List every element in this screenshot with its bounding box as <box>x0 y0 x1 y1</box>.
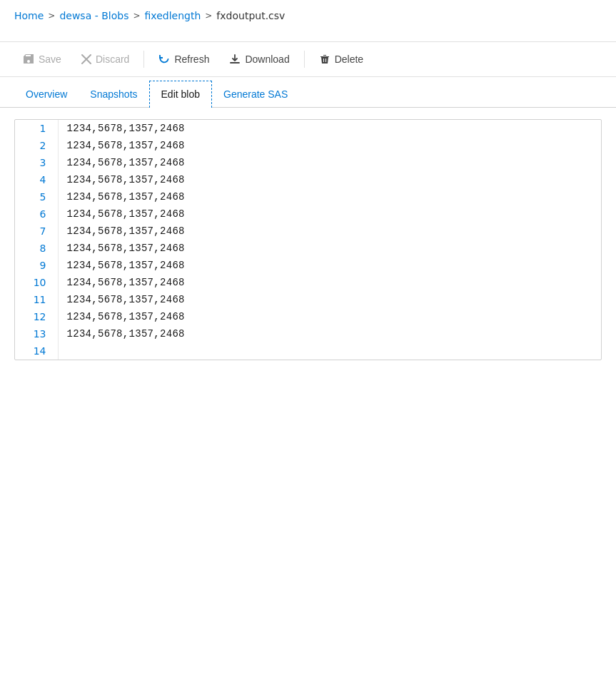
line-content[interactable]: 1234,5678,1357,2468 <box>58 188 601 205</box>
line-content[interactable]: 1234,5678,1357,2468 <box>58 171 601 188</box>
line-content[interactable]: 1234,5678,1357,2468 <box>58 325 601 342</box>
delete-icon <box>319 54 330 65</box>
save-icon <box>23 54 34 65</box>
line-number: 10 <box>15 274 58 291</box>
breadcrumb-current: fxdoutput.csv <box>216 10 285 21</box>
editor-row: 21234,5678,1357,2468 <box>15 137 601 154</box>
line-number: 11 <box>15 291 58 308</box>
line-number: 14 <box>15 342 58 360</box>
download-label: Download <box>245 54 289 65</box>
editor-row: 91234,5678,1357,2468 <box>15 257 601 274</box>
line-content[interactable]: 1234,5678,1357,2468 <box>58 240 601 257</box>
line-content[interactable]: 1234,5678,1357,2468 <box>58 274 601 291</box>
line-number: 2 <box>15 137 58 154</box>
toolbar: SaveDiscardRefreshDownloadDelete <box>0 42 616 77</box>
refresh-icon <box>158 54 170 65</box>
line-number: 5 <box>15 188 58 205</box>
breadcrumb-link-home[interactable]: Home <box>14 10 44 21</box>
delete-button[interactable]: Delete <box>310 49 372 69</box>
editor-row: 81234,5678,1357,2468 <box>15 240 601 257</box>
editor-row: 71234,5678,1357,2468 <box>15 223 601 240</box>
download-icon <box>229 54 241 65</box>
editor-row: 51234,5678,1357,2468 <box>15 188 601 205</box>
editor-row: 131234,5678,1357,2468 <box>15 325 601 342</box>
discard-button: Discard <box>73 49 138 69</box>
toolbar-separator <box>143 51 144 68</box>
save-button: Save <box>14 49 70 69</box>
breadcrumb-link-dewsa---blobs[interactable]: dewsa - Blobs <box>59 10 128 21</box>
toolbar-separator <box>304 51 305 68</box>
line-number: 12 <box>15 308 58 325</box>
tab-edit-blob[interactable]: Edit blob <box>149 81 212 108</box>
tab-overview[interactable]: Overview <box>14 81 79 107</box>
editor-row: 31234,5678,1357,2468 <box>15 154 601 171</box>
tab-generate-sas[interactable]: Generate SAS <box>212 81 299 107</box>
line-number: 8 <box>15 240 58 257</box>
editor-row: 14 <box>15 342 601 360</box>
delete-label: Delete <box>335 54 363 65</box>
breadcrumb-separator: > <box>133 11 140 21</box>
editor-lines: 11234,5678,1357,246821234,5678,1357,2468… <box>15 120 601 360</box>
editor-row: 121234,5678,1357,2468 <box>15 308 601 325</box>
editor-row: 61234,5678,1357,2468 <box>15 205 601 223</box>
save-label: Save <box>39 54 61 65</box>
line-content[interactable]: 1234,5678,1357,2468 <box>58 291 601 308</box>
breadcrumb: Home>dewsa - Blobs>fixedlength>fxdoutput… <box>0 0 616 29</box>
line-number: 3 <box>15 154 58 171</box>
line-number: 7 <box>15 223 58 240</box>
line-number: 6 <box>15 205 58 223</box>
tab-bar: OverviewSnapshotsEdit blobGenerate SAS <box>0 80 616 108</box>
breadcrumb-separator: > <box>48 11 55 21</box>
breadcrumb-link-fixedlength[interactable]: fixedlength <box>144 10 201 21</box>
line-content[interactable]: 1234,5678,1357,2468 <box>58 205 601 223</box>
line-content[interactable]: 1234,5678,1357,2468 <box>58 308 601 325</box>
discard-icon <box>81 54 91 64</box>
line-content[interactable]: 1234,5678,1357,2468 <box>58 223 601 240</box>
refresh-label: Refresh <box>174 54 209 65</box>
refresh-button[interactable]: Refresh <box>150 49 218 69</box>
tab-snapshots[interactable]: Snapshots <box>79 81 148 107</box>
editor-row: 41234,5678,1357,2468 <box>15 171 601 188</box>
breadcrumb-separator: > <box>205 11 212 21</box>
editor-row: 111234,5678,1357,2468 <box>15 291 601 308</box>
line-number: 1 <box>15 120 58 137</box>
line-content[interactable]: 1234,5678,1357,2468 <box>58 137 601 154</box>
line-content[interactable]: 1234,5678,1357,2468 <box>58 154 601 171</box>
editor-row: 11234,5678,1357,2468 <box>15 120 601 137</box>
line-number: 13 <box>15 325 58 342</box>
line-number: 9 <box>15 257 58 274</box>
line-content[interactable]: 1234,5678,1357,2468 <box>58 120 601 137</box>
line-content[interactable]: 1234,5678,1357,2468 <box>58 257 601 274</box>
title-area <box>0 29 616 42</box>
editor-row: 101234,5678,1357,2468 <box>15 274 601 291</box>
line-content[interactable] <box>58 342 601 360</box>
editor-container: 11234,5678,1357,246821234,5678,1357,2468… <box>14 119 602 360</box>
download-button[interactable]: Download <box>221 49 298 69</box>
line-number: 4 <box>15 171 58 188</box>
discard-label: Discard <box>96 54 129 65</box>
